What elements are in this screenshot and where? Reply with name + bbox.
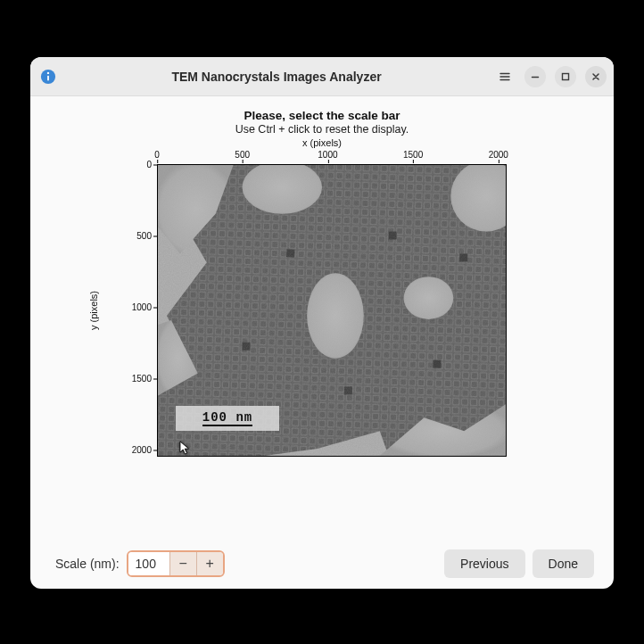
- plot-row: y (pixels) 0500100015002000: [86, 164, 596, 457]
- x-tick: 1500: [403, 150, 423, 160]
- info-icon[interactable]: [37, 66, 59, 87]
- window-controls: [494, 66, 607, 87]
- x-axis: 0500100015002000: [157, 150, 507, 164]
- chart-title: Please, select the scale bar: [48, 109, 596, 122]
- y-tick: 0: [146, 160, 152, 169]
- y-axis: 0500100015002000: [102, 164, 157, 457]
- x-tick: 2000: [489, 150, 508, 160]
- chart-wrap: 0500100015002000 y (pixels) 050010001500…: [86, 150, 596, 457]
- x-tick: 0: [154, 150, 160, 160]
- x-axis-label: x (pixels): [48, 137, 596, 148]
- scale-bar-overlay[interactable]: 100 nm: [176, 406, 279, 431]
- chart-subtitle: Use Ctrl + click to reset the display.: [48, 123, 596, 136]
- app-window: TEM Nanocrystals Images Analyzer Please,…: [30, 57, 614, 589]
- scale-input-label: Scale (nm):: [55, 557, 120, 571]
- y-tick: 2000: [132, 445, 152, 455]
- scale-bar-label: 100 nm: [202, 411, 252, 426]
- scale-decrement-button[interactable]: −: [169, 552, 196, 575]
- content-area: Please, select the scale bar Use Ctrl + …: [30, 96, 614, 539]
- scale-increment-button[interactable]: +: [196, 552, 223, 575]
- hamburger-menu-icon[interactable]: [494, 66, 516, 87]
- svg-rect-1: [47, 75, 49, 80]
- y-tick: 1000: [132, 302, 152, 312]
- svg-rect-3: [563, 73, 569, 79]
- previous-button[interactable]: Previous: [444, 549, 524, 578]
- x-tick: 500: [235, 150, 250, 160]
- y-axis-label-col: y (pixels): [86, 164, 102, 457]
- y-tick: 1500: [132, 374, 152, 384]
- titlebar: TEM Nanocrystals Images Analyzer: [30, 57, 614, 96]
- done-button[interactable]: Done: [533, 549, 594, 578]
- scale-input[interactable]: [128, 552, 169, 575]
- y-tick: 500: [136, 231, 152, 241]
- svg-point-2: [47, 71, 49, 73]
- window-title: TEM Nanocrystals Images Analyzer: [66, 70, 487, 84]
- maximize-button[interactable]: [555, 66, 576, 87]
- image-plot[interactable]: 100 nm: [157, 164, 507, 457]
- x-tick: 1000: [318, 150, 337, 160]
- scale-stepper: − +: [127, 550, 225, 577]
- chart-header: Please, select the scale bar Use Ctrl + …: [48, 109, 596, 148]
- minimize-button[interactable]: [524, 66, 546, 87]
- y-axis-label: y (pixels): [88, 291, 99, 330]
- close-button[interactable]: [585, 66, 607, 87]
- footer-bar: Scale (nm): − + Previous Done: [30, 539, 614, 589]
